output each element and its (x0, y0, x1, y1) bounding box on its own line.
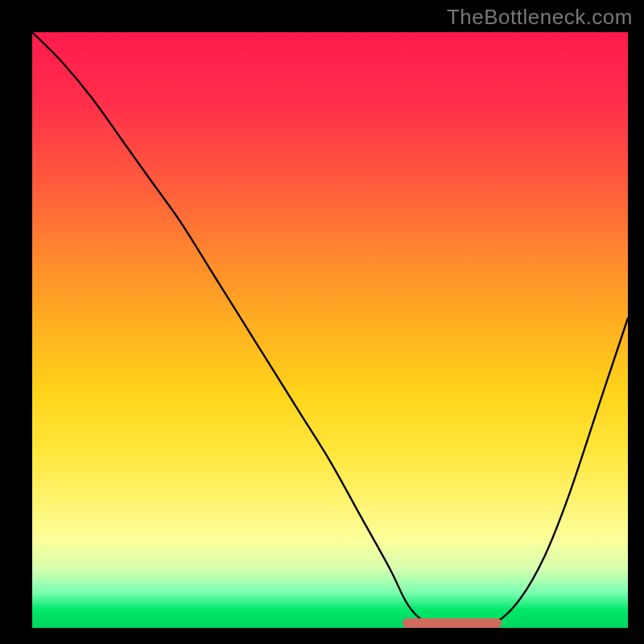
chart-frame: TheBottleneck.com (0, 0, 644, 644)
plot-area (32, 32, 628, 628)
chart-svg (32, 32, 628, 628)
watermark-text: TheBottleneck.com (447, 5, 633, 30)
bottleneck-curve (32, 32, 628, 629)
